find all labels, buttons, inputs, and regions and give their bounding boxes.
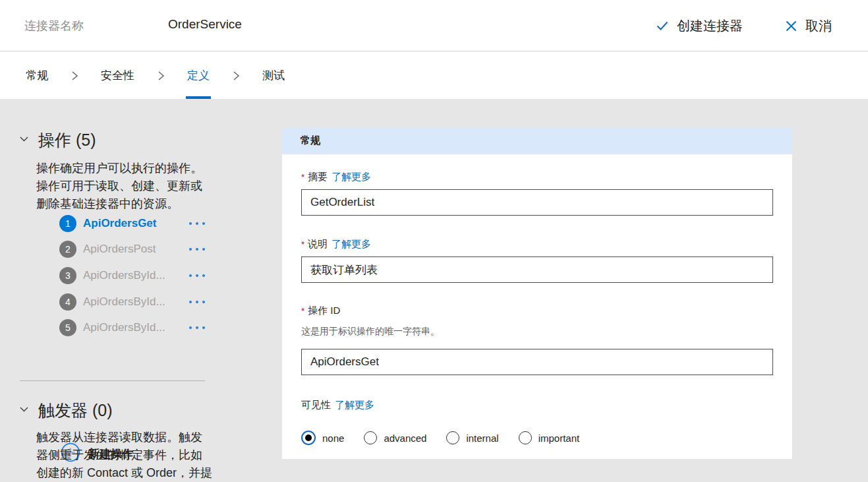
- more-options-icon[interactable]: [189, 301, 208, 303]
- more-options-icon[interactable]: [189, 274, 208, 277]
- radio-button-icon: [446, 431, 459, 444]
- summary-field-label-row: * 摘要 了解更多: [301, 171, 773, 183]
- top-command-bar: 连接器名称 OrderService 创建连接器 取消: [0, 0, 868, 51]
- cancel-label: 取消: [805, 17, 832, 35]
- chevron-down-icon: [18, 404, 30, 417]
- description-input[interactable]: [301, 256, 773, 283]
- operation-number-badge: 4: [59, 293, 76, 311]
- panel-header: 常规: [282, 127, 792, 154]
- operation-id-field-label-row: * 操作 ID: [301, 305, 773, 317]
- triggers-description: 触发器从连接器读取数据。触发器侧重于发生的特定事件，比如创建的新 Contact…: [36, 429, 213, 482]
- operation-list: 1 ApiOrdersGet 2 ApiOrdersPost 3 ApiOrde…: [59, 210, 208, 341]
- description-field-label-row: * 说明 了解更多: [301, 238, 773, 251]
- visibility-learn-more-link[interactable]: 了解更多: [335, 399, 374, 411]
- more-options-icon[interactable]: [189, 326, 208, 329]
- checkmark-icon: [656, 19, 669, 32]
- panel-body: * 摘要 了解更多 * 说明 了解更多 * 操作 ID 这是用于标识操作的唯一字…: [282, 171, 792, 445]
- operation-label: ApiOrdersGet: [83, 217, 156, 230]
- actions-description: 操作确定用户可以执行的操作。操作可用于读取、创建、更新或删除基础连接器中的资源。: [36, 160, 213, 213]
- operation-label: ApiOrdersPost: [83, 243, 156, 256]
- triggers-section-title: 触发器 (0): [38, 400, 113, 421]
- connector-name-label: 连接器名称: [24, 18, 84, 34]
- operation-item-apiordersget[interactable]: 1 ApiOrdersGet: [59, 210, 208, 237]
- tab-security-label: 安全性: [101, 68, 134, 83]
- tab-definition-label: 定义: [187, 68, 210, 83]
- radio-none[interactable]: none: [301, 431, 344, 445]
- visibility-label: 可见性: [301, 399, 331, 411]
- visibility-field-label-row: 可见性 了解更多: [301, 399, 773, 411]
- summary-input[interactable]: [301, 189, 773, 216]
- operation-id-label: 操作 ID: [308, 305, 340, 317]
- required-mark: *: [301, 172, 304, 182]
- operation-label: ApiOrdersById...: [83, 321, 165, 334]
- operation-number-badge: 2: [59, 241, 76, 258]
- sidebar-divider: [20, 380, 205, 381]
- summary-learn-more-link[interactable]: 了解更多: [332, 171, 371, 183]
- visibility-radio-group: none advanced internal important: [301, 431, 773, 445]
- more-options-icon[interactable]: [189, 222, 208, 225]
- radio-advanced-label: advanced: [384, 433, 426, 444]
- cancel-button[interactable]: 取消: [785, 17, 832, 35]
- operation-id-input[interactable]: [301, 349, 773, 375]
- definition-sidebar: 操作 (5) 操作确定用户可以执行的操作。操作可用于读取、创建、更新或删除基础连…: [0, 99, 277, 482]
- required-mark: *: [301, 306, 304, 316]
- tab-security[interactable]: 安全性: [100, 52, 136, 99]
- tab-test-label: 测试: [262, 68, 285, 83]
- radio-button-icon: [364, 431, 377, 444]
- radio-important[interactable]: important: [519, 431, 580, 444]
- content-area: 操作 (5) 操作确定用户可以执行的操作。操作可用于读取、创建、更新或删除基础连…: [0, 99, 868, 482]
- chevron-right-icon: [156, 52, 165, 99]
- operation-item-apiordersbyid-5[interactable]: 5 ApiOrdersById...: [59, 315, 208, 341]
- chevron-right-icon: [70, 52, 79, 99]
- close-icon: [785, 20, 797, 32]
- general-form-panel: 常规 * 摘要 了解更多 * 说明 了解更多 * 操作 ID 这是用于标识操作的…: [282, 127, 792, 459]
- panel-title: 常规: [301, 135, 320, 147]
- radio-none-label: none: [322, 433, 344, 444]
- radio-button-icon: [301, 431, 316, 445]
- topbar-actions: 创建连接器 取消: [656, 0, 832, 51]
- operation-label: ApiOrdersById...: [83, 269, 165, 282]
- chevron-right-icon: [231, 52, 241, 99]
- radio-internal[interactable]: internal: [446, 431, 498, 444]
- description-learn-more-link[interactable]: 了解更多: [332, 238, 371, 251]
- chevron-down-icon: [18, 133, 30, 147]
- operation-item-apiordersbyid-4[interactable]: 4 ApiOrdersById...: [59, 289, 208, 315]
- operation-number-badge: 3: [59, 267, 76, 284]
- radio-internal-label: internal: [466, 433, 498, 444]
- actions-section-header[interactable]: 操作 (5): [18, 129, 96, 151]
- tab-general-label: 常规: [26, 68, 48, 83]
- connector-name-value: OrderService: [168, 17, 242, 32]
- create-connector-button[interactable]: 创建连接器: [656, 17, 743, 35]
- tab-test[interactable]: 测试: [261, 52, 286, 99]
- radio-button-icon: [519, 431, 532, 444]
- tab-definition[interactable]: 定义: [186, 52, 211, 99]
- radio-important-label: important: [538, 433, 580, 444]
- wizard-tab-bar: 常规 安全性 定义 测试: [0, 52, 868, 99]
- operation-id-hint: 这是用于标识操作的唯一字符串。: [301, 326, 773, 338]
- description-label: 说明: [308, 238, 328, 251]
- operation-item-apiorderspost[interactable]: 2 ApiOrdersPost: [59, 237, 208, 263]
- operation-label: ApiOrdersById...: [83, 295, 165, 309]
- radio-advanced[interactable]: advanced: [364, 431, 426, 444]
- operation-item-apiordersbyid-3[interactable]: 3 ApiOrdersById...: [59, 262, 208, 289]
- operation-number-badge: 5: [59, 319, 76, 336]
- tab-general[interactable]: 常规: [24, 52, 49, 99]
- more-options-icon[interactable]: [189, 248, 208, 251]
- create-connector-label: 创建连接器: [677, 17, 743, 35]
- summary-label: 摘要: [308, 171, 328, 183]
- actions-section-title: 操作 (5): [38, 129, 96, 151]
- required-mark: *: [301, 239, 304, 249]
- operation-number-badge: 1: [59, 215, 76, 232]
- triggers-section-header[interactable]: 触发器 (0): [18, 400, 113, 421]
